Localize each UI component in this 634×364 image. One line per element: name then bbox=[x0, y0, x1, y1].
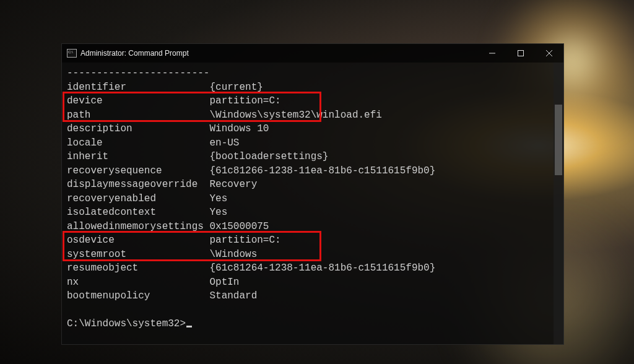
output-row-inherit: inherit {bootloadersettings} bbox=[67, 150, 558, 164]
output-row-description: description Windows 10 bbox=[67, 122, 558, 136]
output-row-nx: nx OptIn bbox=[67, 275, 558, 290]
output-separator: ------------------------ bbox=[67, 66, 558, 80]
titlebar[interactable]: Administrator: Command Prompt bbox=[62, 44, 563, 63]
minimize-button[interactable] bbox=[478, 44, 506, 63]
cmd-icon bbox=[67, 49, 77, 58]
output-row-path: path \Windows\system32\winload.efi bbox=[67, 108, 558, 123]
output-row-displaymessageoverride: displaymessageoverride Recovery bbox=[67, 178, 558, 192]
maximize-button[interactable] bbox=[506, 44, 535, 63]
scrollbar[interactable] bbox=[554, 63, 563, 344]
close-icon bbox=[546, 50, 552, 56]
output-row-recoveryenabled: recoveryenabled Yes bbox=[67, 192, 558, 206]
terminal-output[interactable]: ------------------------identifier {curr… bbox=[62, 63, 563, 344]
output-row-isolatedcontext: isolatedcontext Yes bbox=[67, 206, 558, 220]
minimize-icon bbox=[489, 50, 495, 56]
output-row-allowedinmemorysettings: allowedinmemorysettings 0x15000075 bbox=[67, 220, 558, 234]
output-row-resumeobject: resumeobject {61c81264-1238-11ea-81b6-c1… bbox=[67, 261, 558, 275]
scrollbar-thumb[interactable] bbox=[555, 105, 562, 175]
command-prompt-window: Administrator: Command Prompt ----------… bbox=[61, 43, 564, 345]
output-row-identifier: identifier {current} bbox=[67, 80, 558, 95]
output-row-osdevice: osdevice partition=C: bbox=[67, 233, 558, 248]
output-row-systemroot: systemroot \Windows bbox=[67, 248, 558, 262]
maximize-icon bbox=[518, 50, 524, 56]
output-row-recoverysequence: recoverysequence {61c81266-1238-11ea-81b… bbox=[67, 164, 558, 178]
window-title: Administrator: Command Prompt bbox=[80, 49, 478, 58]
output-blank bbox=[67, 303, 558, 318]
output-row-device: device partition=C: bbox=[67, 94, 558, 108]
svg-rect-1 bbox=[518, 51, 524, 56]
cursor bbox=[186, 326, 192, 327]
output-row-locale: locale en-US bbox=[67, 136, 558, 150]
window-controls bbox=[478, 44, 563, 63]
output-row-bootmenupolicy: bootmenupolicy Standard bbox=[67, 289, 558, 303]
close-button[interactable] bbox=[535, 44, 563, 63]
prompt-line: C:\Windows\system32> bbox=[67, 317, 558, 331]
